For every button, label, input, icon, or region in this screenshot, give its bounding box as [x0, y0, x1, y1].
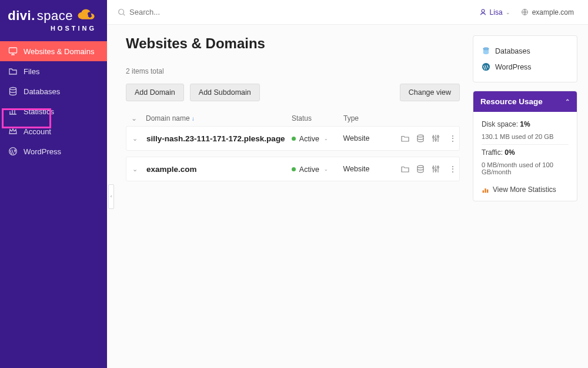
logo-text-1: divi. [8, 8, 35, 24]
logo-subtitle: HOSTING [51, 25, 96, 32]
change-view-button[interactable]: Change view [400, 84, 460, 101]
disk-percent: 1% [520, 120, 530, 128]
cloud-rocket-icon [76, 9, 96, 23]
expand-all-icon[interactable]: ⌄ [131, 114, 137, 122]
view-more-statistics-link[interactable]: View More Statistics [482, 181, 569, 194]
sort-asc-icon: ↓ [192, 115, 195, 122]
user-menu[interactable]: Lisa ⌄ [479, 8, 510, 16]
svg-rect-19 [485, 188, 486, 193]
column-header-status[interactable]: Status [292, 114, 343, 122]
chevron-down-icon: ⌄ [506, 9, 510, 15]
chevron-up-icon: ⌃ [565, 98, 570, 105]
svg-point-14 [437, 167, 439, 168]
search-icon [118, 8, 126, 16]
type-cell: Website [343, 165, 395, 173]
svg-point-17 [482, 63, 490, 71]
wordpress-icon [8, 147, 18, 156]
column-header-type[interactable]: Type [343, 114, 395, 122]
database-color-icon [482, 47, 490, 55]
svg-point-5 [482, 9, 485, 12]
svg-point-7 [417, 135, 423, 137]
sidebar-item-label: WordPress [24, 147, 61, 156]
search-input[interactable] [129, 8, 306, 16]
add-domain-button[interactable]: Add Domain [126, 84, 184, 101]
settings-icon[interactable] [431, 164, 440, 174]
svg-point-10 [437, 136, 439, 138]
user-icon [479, 8, 487, 16]
domain-name-cell[interactable]: example.com [143, 165, 292, 174]
quick-links-card: Databases WordPress [473, 35, 577, 82]
status-dot-icon [292, 137, 296, 141]
chevron-down-icon: ⌄ [324, 136, 328, 141]
file-manager-icon[interactable] [400, 134, 410, 143]
sidebar-nav: Websites & Domains Files Databases Stati… [0, 41, 107, 161]
topbar: Lisa ⌄ example.com [107, 0, 588, 25]
svg-point-9 [435, 139, 437, 141]
sidebar-item-label: Account [24, 127, 51, 136]
status-dropdown[interactable]: Active⌄ [292, 135, 328, 143]
table-row: ⌄ example.com Active⌄ Website ⋮ [126, 157, 460, 181]
wordpress-color-icon [482, 62, 490, 71]
sidebar-item-label: Files [24, 67, 39, 76]
svg-rect-18 [483, 190, 484, 193]
add-subdomain-button[interactable]: Add Subdomain [190, 84, 260, 101]
crown-icon [8, 127, 18, 136]
page-title: Websites & Domains [126, 35, 460, 52]
search-box[interactable] [118, 8, 479, 16]
traffic-percent: 0% [505, 148, 514, 157]
resource-usage-card: Resource Usage ⌃ Disk space: 1% 130.1 MB… [473, 91, 577, 201]
logo: divi.space HOSTING [0, 0, 107, 38]
sidebar-item-label: Databases [24, 87, 60, 96]
status-dropdown[interactable]: Active⌄ [292, 165, 328, 174]
svg-point-4 [119, 9, 124, 14]
sidebar-item-files[interactable]: Files [0, 61, 107, 81]
sidebar-item-label: Statistics [24, 107, 54, 116]
sidebar-collapse-handle[interactable]: ‹ [107, 184, 115, 209]
status-dot-icon [292, 167, 296, 171]
sidebar: divi.space HOSTING Websites & Domains Fi… [0, 0, 107, 368]
database-icon[interactable] [416, 164, 425, 174]
quicklink-label: WordPress [495, 63, 532, 71]
svg-point-12 [433, 167, 435, 169]
sidebar-item-label: Websites & Domains [24, 47, 94, 56]
column-header-name[interactable]: Domain name↓ [142, 114, 292, 122]
more-menu-icon[interactable]: ⋮ [446, 164, 459, 174]
chevron-down-icon: ⌄ [324, 167, 328, 172]
svg-point-2 [10, 88, 16, 90]
svg-rect-1 [9, 48, 17, 53]
logo-text-2: space [37, 8, 73, 24]
sidebar-item-statistics[interactable]: Statistics [0, 101, 107, 121]
current-domain-name: example.com [532, 8, 574, 16]
svg-point-11 [417, 165, 423, 168]
globe-icon [521, 8, 529, 16]
file-manager-icon[interactable] [400, 164, 410, 174]
sidebar-item-databases[interactable]: Databases [0, 81, 107, 101]
expand-row-icon[interactable]: ⌄ [132, 135, 138, 142]
settings-icon[interactable] [431, 134, 440, 143]
quicklink-label: Databases [495, 47, 530, 55]
svg-point-13 [435, 170, 437, 171]
monitor-icon [8, 47, 18, 56]
bar-chart-color-icon [482, 186, 489, 194]
domain-name-cell[interactable]: silly-nash.23-111-171-172.plesk.page [143, 134, 292, 143]
user-name: Lisa [490, 8, 503, 16]
type-cell: Website [343, 134, 395, 142]
items-total: 2 items total [126, 67, 460, 75]
more-menu-icon[interactable]: ⋮ [446, 134, 459, 143]
folder-icon [8, 67, 18, 76]
quicklink-wordpress[interactable]: WordPress [482, 59, 569, 75]
quicklink-databases[interactable]: Databases [482, 43, 569, 59]
sidebar-item-account[interactable]: Account [0, 121, 107, 141]
expand-row-icon[interactable]: ⌄ [132, 165, 138, 173]
sidebar-item-websites-domains[interactable]: Websites & Domains [0, 41, 107, 61]
svg-point-8 [433, 137, 435, 138]
current-domain[interactable]: example.com [521, 8, 574, 16]
database-icon[interactable] [416, 134, 425, 143]
sidebar-item-wordpress[interactable]: WordPress [0, 141, 107, 161]
database-icon [8, 87, 18, 96]
domains-table: ⌄ Domain name↓ Status Type ⌄ silly-nash.… [126, 111, 460, 181]
traffic-detail: 0 MB/month used of 100 GB/month [482, 159, 569, 180]
disk-detail: 130.1 MB used of 20 GB [482, 131, 569, 145]
resource-usage-header[interactable]: Resource Usage ⌃ [473, 91, 577, 112]
table-row: ⌄ silly-nash.23-111-171-172.plesk.page A… [126, 126, 460, 151]
